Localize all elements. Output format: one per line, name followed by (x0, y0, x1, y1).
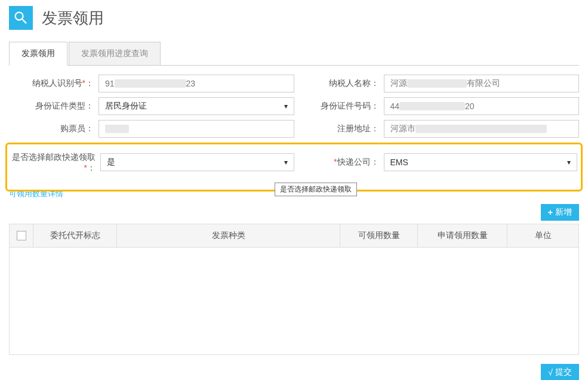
taxpayer-id-field[interactable]: 9123 (98, 75, 294, 92)
submit-button[interactable]: 提交 (541, 364, 579, 380)
th-available: 可领用数量 (340, 224, 418, 248)
taxpayer-name-label: 纳税人名称： (294, 78, 384, 89)
id-number-field[interactable]: 4420 (384, 97, 580, 115)
th-apply: 申请领用数量 (418, 224, 507, 248)
express-select[interactable]: EMS (384, 153, 578, 171)
buyer-label: 购票员： (9, 123, 98, 134)
table-empty-body (9, 248, 579, 355)
form-area: 纳税人识别号*： 9123 纳税人名称： 河源有限公司 身份证件类型： 居民身份… (0, 66, 588, 200)
postal-select[interactable]: 是 (100, 153, 294, 171)
tabs: 发票领用 发票领用进度查询 (9, 42, 579, 66)
add-button[interactable]: 新增 (541, 204, 579, 221)
tooltip-postal: 是否选择邮政快递领取 (275, 183, 357, 196)
th-flag: 委托代开标志 (33, 224, 117, 248)
address-label: 注册地址： (294, 123, 384, 134)
id-type-select[interactable]: 居民身份证 (98, 97, 294, 115)
tab-progress-query[interactable]: 发票领用进度查询 (69, 42, 161, 65)
taxpayer-id-label: 纳税人识别号*： (9, 78, 98, 89)
th-checkbox (10, 224, 33, 248)
tab-invoice-apply[interactable]: 发票领用 (9, 42, 67, 66)
search-icon (9, 6, 33, 30)
id-type-label: 身份证件类型： (9, 101, 98, 112)
id-number-label: 身份证件号码： (294, 101, 384, 112)
buyer-field[interactable] (98, 120, 294, 138)
invoice-table: 委托代开标志 发票种类 可领用数量 申请领用数量 单位 (9, 224, 579, 248)
taxpayer-name-field[interactable]: 河源有限公司 (384, 75, 580, 92)
page-title: 发票领用 (42, 8, 104, 29)
express-label: *快递公司： (294, 157, 384, 168)
th-unit: 单位 (507, 224, 579, 248)
th-type: 发票种类 (117, 224, 340, 248)
address-field[interactable]: 河源市 (384, 120, 580, 138)
select-all-checkbox[interactable] (17, 231, 26, 240)
postal-label: 是否选择邮政快递领取*： (11, 152, 100, 173)
